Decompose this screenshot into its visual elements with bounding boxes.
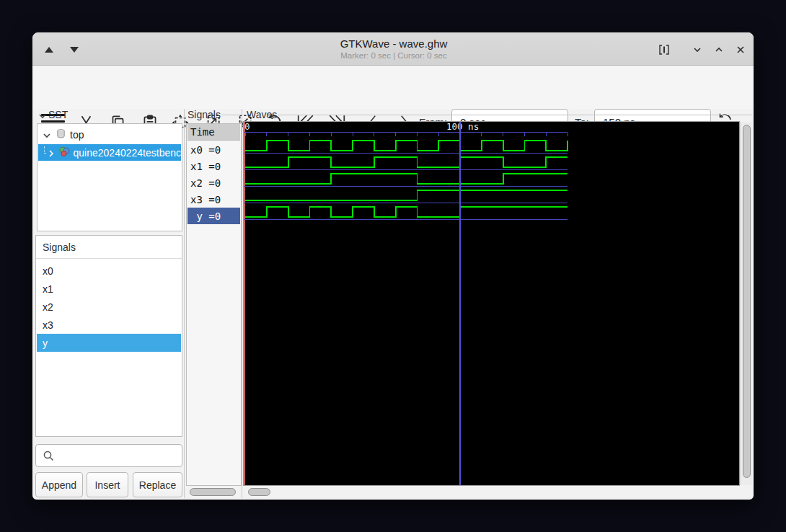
expander-open-icon[interactable] — [43, 130, 51, 139]
name-row-x1[interactable]: x1 =0 — [187, 158, 240, 174]
list-item-x1[interactable]: x1 — [37, 280, 181, 298]
wave-vscrollbar-track[interactable] — [740, 122, 752, 485]
names-frame-line — [221, 115, 241, 115]
toolbar: From: To: — [32, 66, 754, 109]
name-row-y-selected[interactable]: y =0 — [187, 208, 240, 224]
ruler-label: 0 — [244, 122, 250, 132]
minimize-icon[interactable] — [690, 43, 705, 57]
replace-button[interactable]: Replace — [133, 472, 182, 497]
list-item-x3[interactable]: x3 — [37, 316, 181, 334]
waves-frame-line — [278, 115, 752, 115]
names-panel-header: Signals — [187, 109, 221, 120]
names-panel: Time x0 =0 x1 =0 x2 =0 x3 =0 y =0 — [186, 123, 242, 486]
maximize-icon[interactable] — [712, 43, 726, 57]
wave-canvas[interactable]: 0100 ns — [244, 122, 739, 485]
append-button[interactable]: Append — [35, 472, 83, 497]
window-title: GTKWave - wave.ghw — [32, 37, 754, 50]
titlebar: GTKWave - wave.ghw Marker: 0 sec | Curso… — [32, 32, 754, 66]
module-icon — [58, 146, 70, 159]
splitter-left[interactable] — [184, 109, 185, 498]
tree-row-top[interactable]: top — [38, 126, 181, 143]
wave-x2 — [245, 174, 568, 184]
name-row-x0[interactable]: x0 =0 — [187, 141, 240, 158]
tree-node-label: top — [70, 129, 84, 141]
names-hscrollbar-thumb[interactable] — [190, 488, 236, 496]
search-icon — [43, 450, 55, 465]
list-item-x2[interactable]: x2 — [37, 298, 181, 316]
name-row-x2[interactable]: x2 =0 — [187, 174, 240, 191]
wave-y — [245, 207, 568, 217]
signal-search-field[interactable] — [35, 444, 182, 467]
marker-cursor-status: Marker: 0 sec | Cursor: 0 sec — [32, 51, 754, 60]
splitter-right[interactable] — [242, 109, 242, 498]
wave-x1 — [245, 157, 568, 167]
sst-tree: top quine20240224testbenc — [37, 123, 182, 231]
wave-vscrollbar-thumb[interactable] — [743, 125, 751, 478]
fit-icon[interactable] — [657, 43, 671, 57]
waves-panel-header: Waves — [247, 109, 277, 120]
tree-guide-line — [44, 146, 45, 154]
ruler-label: 100 ns — [446, 122, 479, 132]
sst-header[interactable]: SST — [38, 108, 81, 121]
expander-closed-icon[interactable] — [47, 148, 56, 157]
signals-facs-panel: Signals x0 x1 x2 x3 y — [35, 235, 182, 437]
wave-x0 — [245, 141, 568, 151]
list-item-y-selected[interactable]: y — [37, 334, 181, 352]
name-row-x3[interactable]: x3 =0 — [187, 191, 240, 208]
tree-node-label: quine20240224testbenc — [74, 147, 181, 159]
collapse-chevron-icon — [38, 110, 47, 119]
wave-x3 — [245, 190, 568, 200]
insert-button[interactable]: Insert — [87, 472, 128, 497]
list-item-x0[interactable]: x0 — [37, 262, 181, 280]
signals-facs-header: Signals — [36, 236, 182, 259]
time-column-header[interactable]: Time — [187, 124, 240, 141]
close-icon[interactable] — [733, 43, 748, 57]
hierarchy-icon — [56, 128, 66, 141]
wave-hscrollbar-thumb[interactable] — [248, 488, 270, 496]
gtkwave-window: GTKWave - wave.ghw Marker: 0 sec | Curso… — [32, 32, 754, 500]
sst-label: SST — [48, 109, 68, 120]
tree-row-selected[interactable]: quine20240224testbenc — [38, 144, 181, 161]
